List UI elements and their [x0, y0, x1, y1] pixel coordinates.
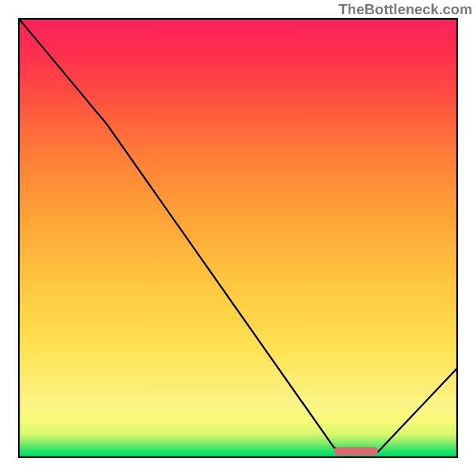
watermark-text: TheBottleneck.com [339, 1, 472, 18]
optimum-marker [334, 447, 377, 455]
plot-area [18, 18, 458, 458]
chart-stage: TheBottleneck.com [0, 0, 476, 476]
bottleneck-curve [20, 20, 456, 456]
